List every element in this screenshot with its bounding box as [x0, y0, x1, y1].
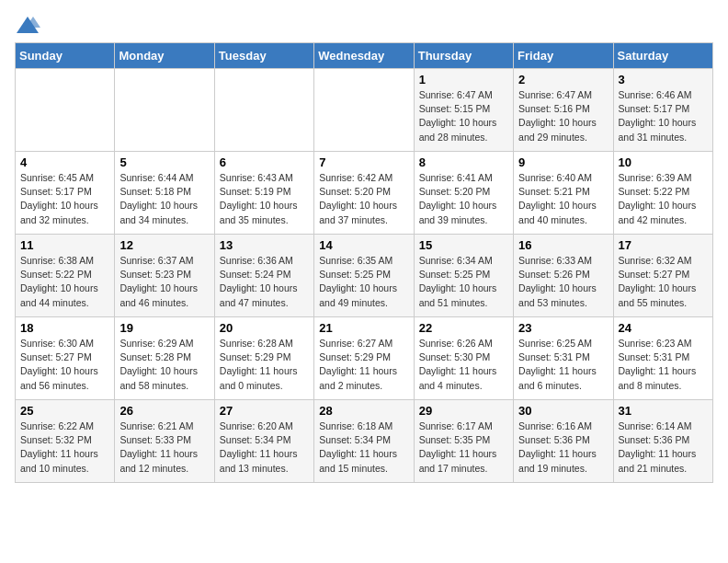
- week-row-3: 11Sunrise: 6:38 AMSunset: 5:22 PMDayligh…: [16, 235, 713, 317]
- day-info: Sunrise: 6:47 AMSunset: 5:16 PMDaylight:…: [518, 88, 608, 144]
- day-number: 31: [619, 404, 708, 418]
- day-number: 5: [119, 155, 209, 169]
- calendar-cell: 26Sunrise: 6:21 AMSunset: 5:33 PMDayligh…: [115, 400, 214, 483]
- day-number: 21: [319, 321, 408, 335]
- calendar-header: SundayMondayTuesdayWednesdayThursdayFrid…: [16, 43, 713, 69]
- header-cell-wednesday: Wednesday: [314, 43, 414, 69]
- header-cell-saturday: Saturday: [613, 43, 712, 69]
- day-number: 25: [20, 404, 109, 418]
- calendar-cell: 20Sunrise: 6:28 AMSunset: 5:29 PMDayligh…: [214, 317, 313, 400]
- day-number: 26: [119, 404, 209, 418]
- header-cell-tuesday: Tuesday: [214, 43, 313, 69]
- day-number: 2: [518, 73, 608, 86]
- calendar-cell: 1Sunrise: 6:47 AMSunset: 5:15 PMDaylight…: [414, 69, 513, 152]
- calendar-cell: 5Sunrise: 6:44 AMSunset: 5:18 PMDaylight…: [115, 152, 214, 235]
- day-info: Sunrise: 6:32 AMSunset: 5:27 PMDaylight:…: [619, 254, 708, 310]
- day-info: Sunrise: 6:25 AMSunset: 5:31 PMDaylight:…: [518, 337, 608, 393]
- calendar-cell: 25Sunrise: 6:22 AMSunset: 5:32 PMDayligh…: [16, 400, 115, 483]
- calendar-cell: 28Sunrise: 6:18 AMSunset: 5:34 PMDayligh…: [314, 400, 414, 483]
- day-info: Sunrise: 6:18 AMSunset: 5:34 PMDaylight:…: [319, 419, 408, 476]
- day-info: Sunrise: 6:28 AMSunset: 5:29 PMDaylight:…: [220, 337, 309, 393]
- day-info: Sunrise: 6:21 AMSunset: 5:33 PMDaylight:…: [119, 419, 209, 476]
- day-info: Sunrise: 6:39 AMSunset: 5:22 PMDaylight:…: [619, 171, 708, 227]
- day-number: 20: [220, 321, 309, 335]
- day-info: Sunrise: 6:30 AMSunset: 5:27 PMDaylight:…: [20, 337, 109, 393]
- calendar-cell: 8Sunrise: 6:41 AMSunset: 5:20 PMDaylight…: [414, 152, 513, 235]
- calendar-cell: 2Sunrise: 6:47 AMSunset: 5:16 PMDaylight…: [514, 69, 613, 152]
- day-info: Sunrise: 6:38 AMSunset: 5:22 PMDaylight:…: [20, 254, 109, 310]
- logo: [15, 15, 44, 35]
- day-number: 11: [20, 238, 109, 252]
- calendar-cell: [115, 69, 214, 152]
- header-cell-monday: Monday: [115, 43, 214, 69]
- calendar-cell: 19Sunrise: 6:29 AMSunset: 5:28 PMDayligh…: [115, 317, 214, 400]
- calendar-cell: 4Sunrise: 6:45 AMSunset: 5:17 PMDaylight…: [16, 152, 115, 235]
- calendar-cell: 22Sunrise: 6:26 AMSunset: 5:30 PMDayligh…: [414, 317, 513, 400]
- header-cell-sunday: Sunday: [16, 43, 115, 69]
- day-info: Sunrise: 6:36 AMSunset: 5:24 PMDaylight:…: [220, 254, 309, 310]
- day-number: 30: [518, 404, 608, 418]
- header-cell-thursday: Thursday: [414, 43, 513, 69]
- calendar-cell: 24Sunrise: 6:23 AMSunset: 5:31 PMDayligh…: [613, 317, 712, 400]
- calendar-cell: 15Sunrise: 6:34 AMSunset: 5:25 PMDayligh…: [414, 235, 513, 317]
- day-info: Sunrise: 6:42 AMSunset: 5:20 PMDaylight:…: [319, 171, 408, 227]
- day-number: 13: [220, 238, 309, 252]
- day-number: 29: [419, 404, 508, 418]
- day-number: 17: [619, 238, 708, 252]
- calendar-cell: 27Sunrise: 6:20 AMSunset: 5:34 PMDayligh…: [214, 400, 313, 483]
- calendar-cell: 30Sunrise: 6:16 AMSunset: 5:36 PMDayligh…: [514, 400, 613, 483]
- header-cell-friday: Friday: [514, 43, 613, 69]
- week-row-1: 1Sunrise: 6:47 AMSunset: 5:15 PMDaylight…: [16, 69, 713, 152]
- logo-icon: [15, 15, 40, 35]
- day-number: 7: [319, 155, 408, 169]
- calendar-cell: [16, 69, 115, 152]
- day-info: Sunrise: 6:26 AMSunset: 5:30 PMDaylight:…: [419, 337, 508, 393]
- day-number: 16: [518, 238, 608, 252]
- week-row-4: 18Sunrise: 6:30 AMSunset: 5:27 PMDayligh…: [16, 317, 713, 400]
- day-number: 1: [419, 73, 508, 86]
- day-info: Sunrise: 6:20 AMSunset: 5:34 PMDaylight:…: [220, 419, 309, 476]
- day-info: Sunrise: 6:27 AMSunset: 5:29 PMDaylight:…: [319, 337, 408, 393]
- calendar-cell: 6Sunrise: 6:43 AMSunset: 5:19 PMDaylight…: [214, 152, 313, 235]
- day-info: Sunrise: 6:40 AMSunset: 5:21 PMDaylight:…: [518, 171, 608, 227]
- week-row-2: 4Sunrise: 6:45 AMSunset: 5:17 PMDaylight…: [16, 152, 713, 235]
- day-number: 24: [619, 321, 708, 335]
- calendar-cell: 10Sunrise: 6:39 AMSunset: 5:22 PMDayligh…: [613, 152, 712, 235]
- day-number: 14: [319, 238, 408, 252]
- day-info: Sunrise: 6:41 AMSunset: 5:20 PMDaylight:…: [419, 171, 508, 227]
- day-info: Sunrise: 6:34 AMSunset: 5:25 PMDaylight:…: [419, 254, 508, 310]
- header-row: SundayMondayTuesdayWednesdayThursdayFrid…: [16, 43, 713, 69]
- calendar-cell: 29Sunrise: 6:17 AMSunset: 5:35 PMDayligh…: [414, 400, 513, 483]
- day-number: 3: [619, 73, 708, 86]
- calendar-cell: 18Sunrise: 6:30 AMSunset: 5:27 PMDayligh…: [16, 317, 115, 400]
- day-info: Sunrise: 6:23 AMSunset: 5:31 PMDaylight:…: [619, 337, 708, 393]
- day-number: 23: [518, 321, 608, 335]
- calendar-cell: 16Sunrise: 6:33 AMSunset: 5:26 PMDayligh…: [514, 235, 613, 317]
- calendar-cell: 12Sunrise: 6:37 AMSunset: 5:23 PMDayligh…: [115, 235, 214, 317]
- week-row-5: 25Sunrise: 6:22 AMSunset: 5:32 PMDayligh…: [16, 400, 713, 483]
- day-number: 28: [319, 404, 408, 418]
- calendar-cell: 3Sunrise: 6:46 AMSunset: 5:17 PMDaylight…: [613, 69, 712, 152]
- calendar-cell: 21Sunrise: 6:27 AMSunset: 5:29 PMDayligh…: [314, 317, 414, 400]
- day-info: Sunrise: 6:44 AMSunset: 5:18 PMDaylight:…: [119, 171, 209, 227]
- calendar-cell: 14Sunrise: 6:35 AMSunset: 5:25 PMDayligh…: [314, 235, 414, 317]
- day-number: 9: [518, 155, 608, 169]
- day-info: Sunrise: 6:14 AMSunset: 5:36 PMDaylight:…: [619, 419, 708, 476]
- day-info: Sunrise: 6:46 AMSunset: 5:17 PMDaylight:…: [619, 88, 708, 144]
- calendar-cell: 17Sunrise: 6:32 AMSunset: 5:27 PMDayligh…: [613, 235, 712, 317]
- calendar-cell: 13Sunrise: 6:36 AMSunset: 5:24 PMDayligh…: [214, 235, 313, 317]
- day-info: Sunrise: 6:35 AMSunset: 5:25 PMDaylight:…: [319, 254, 408, 310]
- calendar-cell: 9Sunrise: 6:40 AMSunset: 5:21 PMDaylight…: [514, 152, 613, 235]
- day-number: 27: [220, 404, 309, 418]
- day-number: 22: [419, 321, 508, 335]
- day-info: Sunrise: 6:45 AMSunset: 5:17 PMDaylight:…: [20, 171, 109, 227]
- day-number: 10: [619, 155, 708, 169]
- calendar-body: 1Sunrise: 6:47 AMSunset: 5:15 PMDaylight…: [16, 69, 713, 483]
- calendar-cell: 7Sunrise: 6:42 AMSunset: 5:20 PMDaylight…: [314, 152, 414, 235]
- day-number: 8: [419, 155, 508, 169]
- day-number: 18: [20, 321, 109, 335]
- calendar-cell: 11Sunrise: 6:38 AMSunset: 5:22 PMDayligh…: [16, 235, 115, 317]
- day-number: 4: [20, 155, 109, 169]
- calendar-cell: [314, 69, 414, 152]
- calendar-cell: 31Sunrise: 6:14 AMSunset: 5:36 PMDayligh…: [613, 400, 712, 483]
